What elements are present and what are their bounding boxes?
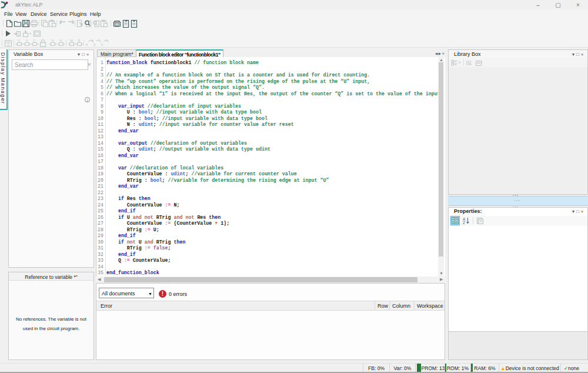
svg-text:Z: Z bbox=[463, 221, 465, 225]
svg-text:N: N bbox=[52, 39, 54, 42]
svg-text:R: R bbox=[78, 39, 81, 42]
svg-text:V: V bbox=[26, 39, 28, 42]
svg-text:W: W bbox=[70, 39, 74, 42]
svg-text:V: V bbox=[18, 39, 21, 42]
svg-text:C: C bbox=[34, 39, 36, 42]
svg-text:2: 2 bbox=[107, 39, 109, 43]
svg-text:x: x bbox=[86, 42, 88, 46]
svg-text:N: N bbox=[60, 39, 62, 42]
svg-text:x: x bbox=[101, 42, 103, 46]
svg-text:x: x bbox=[93, 42, 96, 46]
